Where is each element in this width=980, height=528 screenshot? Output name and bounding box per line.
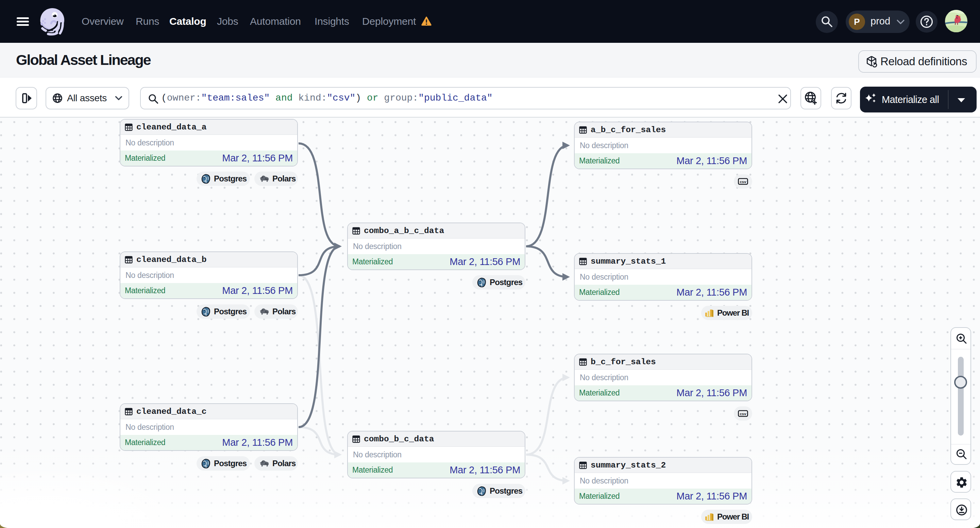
- svg-text:csv: csv: [740, 412, 746, 416]
- svg-text:csv: csv: [740, 180, 746, 184]
